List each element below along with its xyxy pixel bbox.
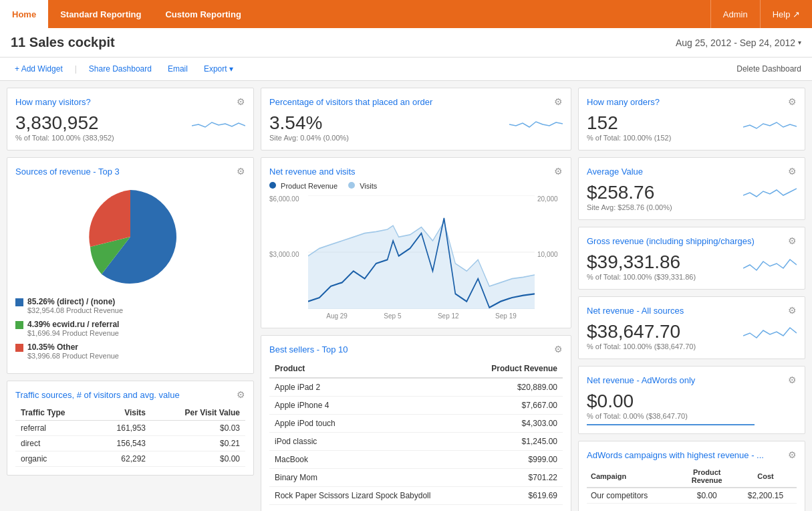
visitors-sparkline	[192, 112, 245, 136]
conversion-widget-title: Percentage of visitors that placed an or…	[269, 97, 432, 107]
toolbar-right: Delete Dashboard	[736, 64, 801, 74]
add-widget-button[interactable]: + Add Widget	[11, 63, 67, 75]
legend-text-ecwid: 4.39% ecwid.ru / referral $1,696.94 Prod…	[27, 320, 119, 337]
sellers-col-revenue: Product Revenue	[470, 360, 563, 378]
orders-widget-main: 152 % of Total: 100.00% (152)	[587, 112, 743, 142]
legend-visits: Visits	[348, 182, 377, 190]
visitors-widget-header: How many visitors? ⚙	[15, 96, 245, 107]
sellers-header-row: Product Product Revenue	[269, 360, 563, 378]
adwords-widget-title: AdWords campaigns with highest revenue -…	[587, 450, 764, 460]
traffic-col-visits: Visits	[94, 405, 151, 421]
chart-gear-icon[interactable]: ⚙	[554, 166, 563, 177]
sellers-gear-icon[interactable]: ⚙	[554, 344, 563, 354]
adwords-col-revenue: ProductRevenue	[680, 466, 734, 488]
legend-label-ecwid: 4.39% ecwid.ru / referral	[27, 320, 119, 329]
nav-standard-reporting[interactable]: Standard Reporting	[48, 0, 153, 28]
chart-widget-header: Net revenue and visits ⚙	[269, 166, 563, 177]
seller-revenue-iclassic: $1,245.00	[470, 433, 563, 451]
avg-widget-row: $258.76 Site Avg: $258.76 (0.00%)	[587, 182, 797, 211]
gross-revenue-widget: Gross revenue (including shipping/charge…	[578, 227, 805, 290]
sources-gear-icon[interactable]: ⚙	[237, 166, 245, 177]
net-adwords-widget-main: $0.00 % of Total: 0.00% ($38,647.70)	[587, 391, 797, 425]
conversion-sub: Site Avg: 0.04% (0.00%)	[269, 134, 509, 142]
share-dashboard-button[interactable]: Share Dashboard	[85, 63, 156, 75]
traffic-col-value: Per Visit Value	[151, 405, 245, 421]
net-adwords-widget-row: $0.00 % of Total: 0.00% ($38,647.70)	[587, 391, 797, 425]
y-right-10000: 10,000	[537, 251, 563, 258]
traffic-row-direct: direct 156,543 $0.21	[15, 436, 245, 451]
net-all-widget-title: Net revenue - All sources	[587, 306, 684, 316]
seller-product-macbook: MacBook	[269, 451, 470, 469]
x-label-aug29: Aug 29	[326, 312, 348, 320]
conversion-sparkline	[509, 112, 563, 136]
net-all-gear-icon[interactable]: ⚙	[788, 305, 797, 316]
traffic-widget-title: Traffic sources, # of visitors and avg. …	[15, 390, 180, 400]
chart-widget-title: Net revenue and visits	[269, 167, 356, 177]
adwords-col-campaign: Campaign	[587, 466, 680, 488]
net-adwords-gear-icon[interactable]: ⚙	[788, 375, 797, 385]
chart-svg-container: Aug 29 Sep 5 Sep 12 Sep 19	[308, 195, 535, 320]
legend-product-revenue: Product Revenue	[269, 182, 337, 190]
legend-sub-direct: $32,954.08 Product Revenue	[27, 306, 123, 314]
orders-widget-header: How many orders? ⚙	[587, 96, 797, 107]
nav-home[interactable]: Home	[0, 0, 48, 28]
net-adwords-widget-title: Net revenue - AdWords only	[587, 375, 695, 385]
seller-revenue-iphone: $7,667.00	[470, 397, 563, 415]
email-button[interactable]: Email	[164, 63, 192, 75]
orders-widget-row: 152 % of Total: 100.00% (152)	[587, 112, 797, 142]
adwords-widget-header: AdWords campaigns with highest revenue -…	[587, 449, 797, 460]
dashboard-grid: How many visitors? ⚙ 3,830,952 % of Tota…	[0, 81, 812, 511]
traffic-type-organic: organic	[15, 451, 94, 467]
chart-y-right: 20,000 10,000	[535, 195, 563, 320]
visitors-gear-icon[interactable]: ⚙	[237, 96, 245, 107]
orders-sub: % of Total: 100.00% (152)	[587, 134, 743, 142]
adwords-revenue-competitors: $0.00	[680, 488, 734, 504]
nav-admin[interactable]: Admin	[710, 0, 760, 28]
legend-circle-revenue	[269, 182, 276, 189]
legend-label-visits: Visits	[360, 182, 377, 190]
traffic-gear-icon[interactable]: ⚙	[237, 389, 245, 400]
net-adwords-zero-line	[587, 424, 755, 425]
net-adwords-widget: Net revenue - AdWords only ⚙ $0.00 % of …	[578, 366, 805, 434]
visitors-sub: % of Total: 100.00% (383,952)	[15, 134, 192, 142]
adwords-gear-icon[interactable]: ⚙	[788, 449, 797, 460]
separator-1: |	[75, 64, 77, 74]
page-header: 11 Sales cockpit Aug 25, 2012 - Sep 24, …	[0, 28, 812, 58]
sellers-col-product: Product	[269, 360, 470, 378]
x-label-sep19: Sep 19	[495, 312, 517, 320]
traffic-table: Traffic Type Visits Per Visit Value refe…	[15, 405, 245, 467]
conversion-gear-icon[interactable]: ⚙	[554, 96, 563, 107]
chart-legend: Product Revenue Visits	[269, 182, 563, 190]
y-label-3000: $3,000.00	[269, 251, 305, 258]
nav-help[interactable]: Help ↗	[760, 0, 812, 28]
net-all-value: $38,647.70	[587, 321, 743, 342]
seller-revenue-ipad: $20,889.00	[470, 378, 563, 397]
orders-gear-icon[interactable]: ⚙	[788, 96, 797, 107]
avg-widget-header: Average Value ⚙	[587, 166, 797, 177]
left-column: How many visitors? ⚙ 3,830,952 % of Tota…	[7, 88, 254, 511]
avg-value-widget: Average Value ⚙ $258.76 Site Avg: $258.7…	[578, 157, 805, 220]
conversion-widget: Percentage of visitors that placed an or…	[261, 88, 571, 150]
legend-label-direct: 85.26% (direct) / (none)	[27, 297, 123, 306]
conversion-sparkline-svg	[509, 112, 563, 136]
delete-dashboard-button[interactable]: Delete Dashboard	[736, 64, 801, 74]
visitors-widget-main: 3,830,952 % of Total: 100.00% (383,952)	[15, 112, 192, 142]
pie-chart-svg	[70, 183, 190, 290]
net-adwords-value: $0.00	[587, 391, 797, 412]
nav-left: Home Standard Reporting Custom Reporting	[0, 0, 710, 28]
chart-x-labels: Aug 29 Sep 5 Sep 12 Sep 19	[308, 312, 535, 320]
traffic-visits-direct: 156,543	[94, 436, 151, 451]
net-all-widget-header: Net revenue - All sources ⚙	[587, 305, 797, 316]
export-button[interactable]: Export ▾	[200, 63, 237, 75]
orders-sparkline-svg	[743, 112, 797, 136]
nav-right: Admin Help ↗	[710, 0, 812, 28]
gross-gear-icon[interactable]: ⚙	[788, 235, 797, 246]
date-range-selector[interactable]: Aug 25, 2012 - Sep 24, 2012 ▾	[676, 37, 801, 48]
sources-widget-title: Sources of revenue - Top 3	[15, 167, 120, 177]
legend-dot-other	[15, 344, 23, 352]
traffic-type-direct: direct	[15, 436, 94, 451]
main-nav: Home Standard Reporting Custom Reporting…	[0, 0, 812, 28]
avg-gear-icon[interactable]: ⚙	[788, 166, 797, 177]
nav-custom-reporting[interactable]: Custom Reporting	[153, 0, 253, 28]
traffic-visits-organic: 62,292	[94, 451, 151, 467]
